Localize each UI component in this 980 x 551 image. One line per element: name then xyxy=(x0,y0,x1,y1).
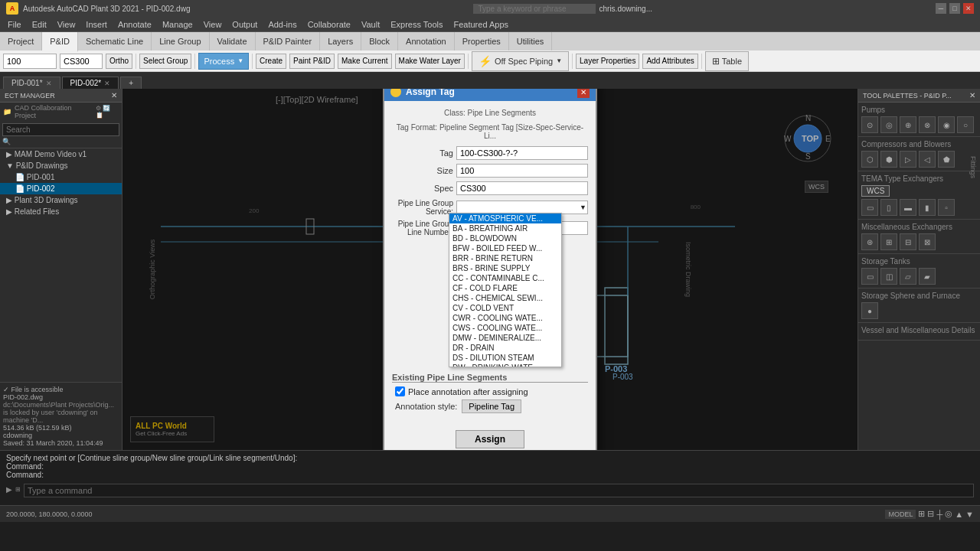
search-input[interactable] xyxy=(473,4,596,14)
sphere-icon-1[interactable]: ● xyxy=(861,302,878,319)
pump-icon-6[interactable]: ○ xyxy=(957,116,974,133)
dropdown-item-11[interactable]: CWS - COOLING WATE... xyxy=(449,323,561,333)
drawing-area[interactable]: [-][Top][2D Wireframe] Orthographic View… xyxy=(122,89,858,450)
tree-item-pid-drawings[interactable]: ▼ P&ID Drawings xyxy=(0,160,122,171)
tab-layers[interactable]: Layers xyxy=(320,32,361,51)
pump-icon-3[interactable]: ⊕ xyxy=(900,116,916,133)
comp-icon-5[interactable]: ⬟ xyxy=(938,151,955,168)
ortho-button[interactable]: Ortho xyxy=(106,54,132,69)
create-button[interactable]: Create xyxy=(256,54,286,69)
left-panel-close[interactable]: ✕ xyxy=(111,91,117,99)
comp-icon-1[interactable]: ⬡ xyxy=(861,151,878,168)
make-current-button[interactable]: Make Current xyxy=(338,54,392,69)
tab-properties[interactable]: Properties xyxy=(455,32,509,51)
tab-schematic[interactable]: Schematic Line xyxy=(78,32,152,51)
offspec-piping-button[interactable]: ⚡ Off Spec Piping ▼ xyxy=(472,51,569,71)
menu-view[interactable]: View xyxy=(53,19,80,30)
doctab-pid002-close[interactable]: ✕ xyxy=(104,80,110,87)
size-input[interactable] xyxy=(456,164,588,178)
dropdown-item-6[interactable]: CC - CONTAMINABLE C... xyxy=(449,273,561,283)
menu-manage[interactable]: Manage xyxy=(158,19,198,30)
snap-icon[interactable]: ⊟ xyxy=(927,509,934,519)
layer-properties-button[interactable]: Layer Properties xyxy=(576,54,639,69)
tab-project[interactable]: Project xyxy=(0,32,42,51)
tank-icon-2[interactable]: ◫ xyxy=(880,268,897,285)
comp-icon-4[interactable]: ◁ xyxy=(919,151,936,168)
tree-item-related[interactable]: ▶ Related Files xyxy=(0,206,122,217)
right-panel-close[interactable]: ✕ xyxy=(969,91,975,99)
dropdown-item-8[interactable]: CHS - CHEMICAL SEWI... xyxy=(449,293,561,303)
dropdown-item-1[interactable]: BA - BREATHING AIR xyxy=(449,223,561,233)
menu-edit[interactable]: Edit xyxy=(28,19,51,30)
tab-block[interactable]: Block xyxy=(361,32,398,51)
menu-annotate[interactable]: Annotate xyxy=(113,19,156,30)
misc-icon-3[interactable]: ⊟ xyxy=(900,233,916,250)
tree-item-pid002[interactable]: 📄 PID-002 xyxy=(0,183,122,194)
tema-icon-5[interactable]: ▫ xyxy=(938,199,955,216)
pump-icon-4[interactable]: ⊗ xyxy=(919,116,936,133)
misc-icon-4[interactable]: ⊠ xyxy=(919,233,936,250)
table-button[interactable]: ⊞ Table xyxy=(705,51,749,71)
annotation-style-button[interactable]: Pipeline Tag xyxy=(462,399,521,413)
add-attributes-button[interactable]: Add Attributes xyxy=(642,54,697,69)
dialog-close-button[interactable]: ✕ xyxy=(577,89,590,98)
dropdown-item-4[interactable]: BRR - BRINE RETURN xyxy=(449,253,561,263)
left-panel-search[interactable] xyxy=(2,123,119,136)
comp-icon-2[interactable]: ⬢ xyxy=(880,151,897,168)
minimize-button[interactable]: ─ xyxy=(936,3,946,14)
dropdown-item-10[interactable]: CWR - COOLING WATE... xyxy=(449,313,561,323)
dropdown-item-15[interactable]: DW - DRINKING WATE... xyxy=(449,363,561,367)
dropdown-item-12[interactable]: DMW - DEMINERALIZE... xyxy=(449,333,561,343)
tree-item-mam[interactable]: ▶ MAM Demo Video v1 xyxy=(0,148,122,160)
menu-featuredapps[interactable]: Featured Apps xyxy=(449,19,513,30)
tree-item-pid001[interactable]: 📄 PID-001 xyxy=(0,171,122,183)
dropdown-item-14[interactable]: DS - DILUTION STEAM xyxy=(449,353,561,363)
status-arrow[interactable]: ▲ xyxy=(955,510,963,519)
tank-icon-4[interactable]: ▰ xyxy=(919,268,936,285)
menu-addins[interactable]: Add-ins xyxy=(263,19,301,30)
tema-icon-1[interactable]: ▭ xyxy=(861,199,878,216)
tank-icon-1[interactable]: ▭ xyxy=(861,268,878,285)
dropdown-item-9[interactable]: CV - COLD VENT xyxy=(449,303,561,313)
tab-linegroup[interactable]: Line Group xyxy=(152,32,209,51)
dropdown-item-2[interactable]: BD - BLOWDOWN xyxy=(449,233,561,243)
maximize-button[interactable]: □ xyxy=(949,3,960,14)
menu-output[interactable]: Output xyxy=(227,19,262,30)
dropdown-item-3[interactable]: BFW - BOILED FEED W... xyxy=(449,243,561,253)
doctab-pid002[interactable]: PID-002* ✕ xyxy=(62,77,119,89)
doctab-pid001-close[interactable]: ✕ xyxy=(46,80,52,87)
misc-icon-1[interactable]: ⊛ xyxy=(861,233,878,250)
dropdown-item-13[interactable]: DR - DRAIN xyxy=(449,343,561,353)
tab-utilities[interactable]: Utilities xyxy=(509,32,552,51)
dropdown-list[interactable]: AV - ATMOSPHERIC VE...BA - BREATHING AIR… xyxy=(449,214,561,367)
dropdown-item-7[interactable]: CF - COLD FLARE xyxy=(449,283,561,293)
dropdown-item-0[interactable]: AV - ATMOSPHERIC VE... xyxy=(449,214,561,223)
doctab-pid001[interactable]: PID-001* ✕ xyxy=(3,77,60,89)
tab-validate[interactable]: Validate xyxy=(210,32,256,51)
tank-icon-3[interactable]: ▱ xyxy=(900,268,916,285)
select-group-button[interactable]: Select Group xyxy=(139,54,191,69)
menu-file[interactable]: File xyxy=(3,19,26,30)
menu-collaborate[interactable]: Collaborate xyxy=(303,19,355,30)
menu-expresstools[interactable]: Express Tools xyxy=(386,19,447,30)
close-button[interactable]: ✕ xyxy=(963,3,974,14)
make-water-button[interactable]: Make Water Layer xyxy=(395,54,465,69)
spec-input[interactable] xyxy=(456,181,588,195)
misc-icon-2[interactable]: ⊞ xyxy=(880,233,897,250)
tab-pid[interactable]: P&ID xyxy=(42,32,78,52)
paint-pid-button[interactable]: Paint P&ID xyxy=(289,54,335,69)
tree-item-plant3d[interactable]: ▶ Plant 3D Drawings xyxy=(0,194,122,206)
menu-insert[interactable]: Insert xyxy=(81,19,112,30)
status-down-arrow[interactable]: ▼ xyxy=(965,510,974,519)
doctab-new[interactable]: + xyxy=(120,77,142,89)
tab-pidpainter[interactable]: P&ID Painter xyxy=(256,32,321,51)
polar-icon[interactable]: ◎ xyxy=(945,509,952,519)
tema-icon-2[interactable]: ▯ xyxy=(880,199,897,216)
tag-input[interactable] xyxy=(456,146,588,160)
pump-icon-1[interactable]: ⊙ xyxy=(861,116,878,133)
pump-icon-5[interactable]: ◉ xyxy=(938,116,955,133)
size-combo[interactable] xyxy=(3,54,57,69)
tab-annotation[interactable]: Annotation xyxy=(398,32,455,51)
pump-icon-2[interactable]: ◎ xyxy=(880,116,897,133)
ortho-icon[interactable]: ┼ xyxy=(936,510,942,519)
